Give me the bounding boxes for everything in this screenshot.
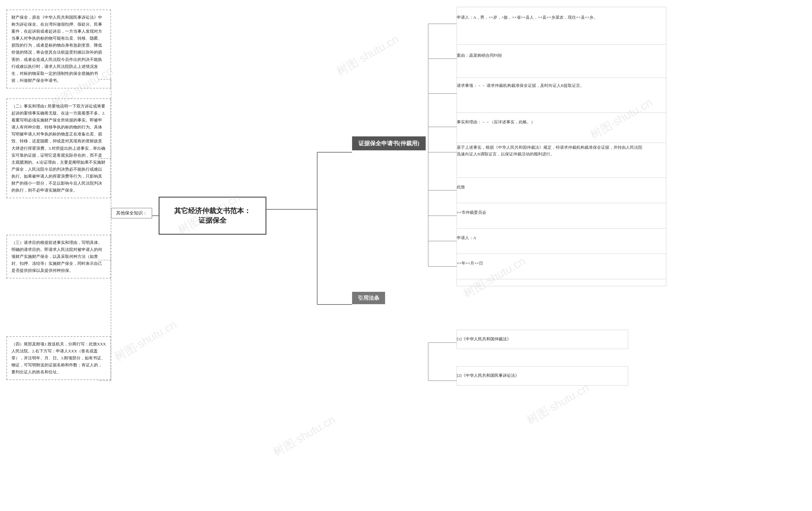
left-section-2: （二）事实和理由1.简要地说明一下双方诉讼或将要起诉的案情事实确凿无疑。在这一方…	[6, 98, 111, 198]
left-label: 其他保全知识：	[111, 208, 152, 219]
left-section-3: （三）请求目的根据前述事实和理由，写明具体、明确的请求目的。即请求人民法院对被申…	[6, 235, 111, 279]
left-section-1: 财产保全，原在《中华人民共和国民事诉讼法》中称为诉讼保全。在台湾叫做假扣押、假处…	[6, 9, 111, 88]
right-item-0: 申请人：A，男，××岁，×族，××省××县人，××县××乡菜农，现住××县××乡…	[457, 14, 598, 21]
left-section-3-text: （三）请求目的根据前述事实和理由，写明具体、明确的请求目的。即请求人民法院对被申…	[11, 240, 102, 273]
right-item-7-value: 申请人：A	[457, 235, 476, 240]
watermark-5: 树图·shutu.cn	[587, 95, 655, 143]
right-item-8-value: ××年××月××日	[457, 261, 483, 265]
right-item-2-label: 请求事项：－－	[457, 83, 487, 88]
right-item-5-value: 此致	[457, 184, 465, 189]
right-item-3-value: 事实和理由：－－（应详述事实，此略。）	[457, 120, 535, 124]
right-item-2-value: 请求仲裁机构裁准保全证据，及时向证人B提取证言。	[487, 83, 584, 88]
right-item-1-value: 案由：蔬菜购销合同纠纷	[457, 53, 502, 58]
right-item-body: 基于上述事实，根据《中华人民共和国仲裁法》规定，特请求仲裁机构裁准保全证据，并转…	[457, 144, 644, 158]
left-section-2-text: （二）事实和理由1.简要地说明一下双方诉讼或将要起诉的案情事实确凿无疑。在这一方…	[11, 104, 105, 193]
right-item-6-value: ××市仲裁委员会	[457, 210, 486, 215]
watermark-7: 树图·shutu.cn	[270, 412, 338, 460]
citation-box: 引用法条	[352, 292, 385, 304]
right-section-box: 证据保全申请书(仲裁用)	[352, 136, 426, 150]
right-item-5: 此致	[457, 184, 465, 191]
left-section-4-text: （四）尾部及附项1.致送机关，分两行写：此致XXX人民法院。2.右下方写：申请人…	[11, 342, 106, 374]
citation-0-text: [1]《中华人民共和国仲裁法》	[457, 337, 511, 341]
citation-item-0: [1]《中华人民共和国仲裁法》	[457, 336, 511, 342]
left-section-1-text: 财产保全，原在《中华人民共和国民事诉讼法》中称为诉讼保全。在台湾叫做假扣押、假处…	[11, 15, 102, 83]
citation-title: 引用法条	[358, 295, 379, 301]
watermark-layer: 树图·shutu.cn 树图·shutu.cn 树图·shutu.cn 树图·s…	[0, 0, 812, 511]
watermark-3: 树图·shutu.cn	[334, 31, 401, 79]
left-label-text: 其他保全知识：	[116, 210, 147, 216]
right-item-3: 事实和理由：－－（应详述事实，此略。）	[457, 119, 535, 125]
watermark-6: 树图·shutu.cn	[112, 317, 179, 365]
right-item-0-value: 申请人：A，男，××岁，×族，××省××县人，××县××乡菜农，现住××县××乡…	[457, 15, 598, 20]
central-title-line2: 证据保全	[174, 216, 251, 225]
citation-1-text: [2]《中华人民共和国民事诉讼法》	[457, 373, 519, 378]
right-section-title: 证据保全申请书(仲裁用)	[358, 140, 419, 146]
central-title-line1: 其它经济仲裁文书范本：	[174, 206, 251, 216]
right-item-8: ××年××月××日	[457, 260, 483, 267]
right-item-2: 请求事项：－－ 请求仲裁机构裁准保全证据，及时向证人B提取证言。	[457, 83, 584, 89]
central-node: 其它经济仲裁文书范本： 证据保全	[158, 197, 266, 235]
left-section-4: （四）尾部及附项1.致送机关，分两行写：此致XXX人民法院。2.右下方写：申请人…	[6, 336, 111, 380]
right-item-6: ××市仲裁委员会	[457, 209, 486, 216]
citation-item-1: [2]《中华人民共和国民事诉讼法》	[457, 373, 519, 378]
right-item-1: 案由：蔬菜购销合同纠纷	[457, 52, 502, 59]
watermark-8: 树图·shutu.cn	[524, 380, 591, 428]
right-item-body-value: 基于上述事实，根据《中华人民共和国仲裁法》规定，特请求仲裁机构裁准保全证据，并转…	[457, 145, 642, 157]
right-item-7: 申请人：A	[457, 235, 476, 242]
